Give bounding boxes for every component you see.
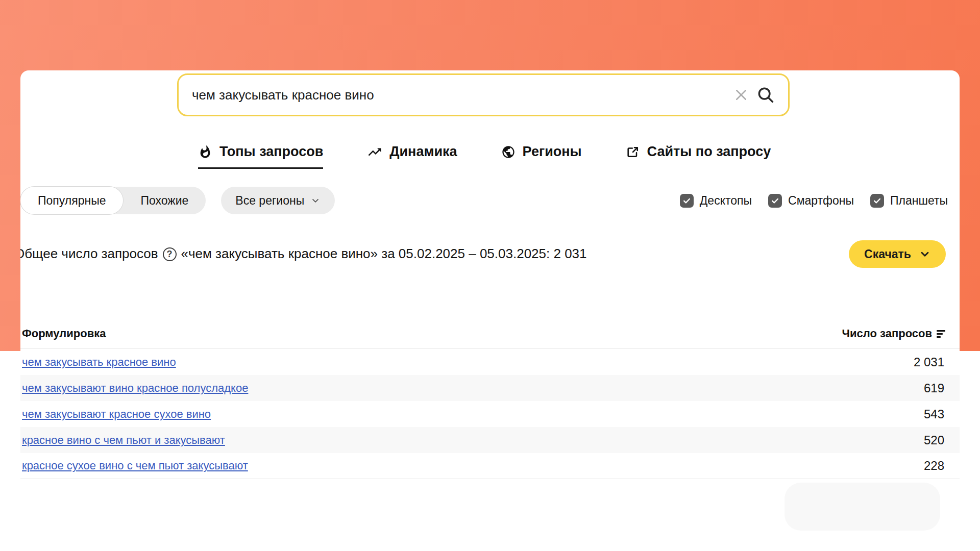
tab-label: Топы запросов [219, 144, 323, 160]
query-link[interactable]: чем закусывают вино красное полусладкое [22, 382, 248, 395]
segment-label: Похожие [140, 194, 188, 208]
column-header-count[interactable]: Число запросов [842, 327, 945, 340]
checkbox-label: Десктопы [700, 194, 752, 208]
checkbox-desktops[interactable]: Десктопы [680, 194, 752, 208]
clear-icon[interactable] [729, 83, 753, 107]
summary-detail: «чем закусывать красное вино» за 05.02.2… [181, 246, 587, 262]
content-card: Топы запросов Динамика Регионы [20, 70, 960, 551]
table-row: красное вино с чем пьют и закусывают 520 [20, 427, 960, 453]
query-link[interactable]: чем закусывать красное вино [22, 356, 176, 369]
checkbox-checked-icon [870, 194, 884, 208]
query-link[interactable]: красное вино с чем пьют и закусывают [22, 434, 225, 447]
checkbox-label: Смартфоны [788, 194, 854, 208]
column-header-phrase: Формулировка [22, 327, 106, 340]
query-count: 2 031 [914, 355, 944, 369]
help-icon[interactable]: ? [163, 247, 177, 261]
queries-table: Формулировка Число запросов чем закусыва… [20, 327, 960, 479]
region-selector[interactable]: Все регионы [221, 187, 335, 214]
table-row: красное сухое вино с чем пьют закусывают… [20, 453, 960, 479]
checkbox-label: Планшеты [890, 194, 948, 208]
device-filters: Десктопы Смартфоны Планшеты [680, 194, 948, 208]
chevron-down-icon [310, 195, 321, 206]
segment-similar[interactable]: Похожие [123, 187, 206, 214]
query-link[interactable]: чем закусывают красное сухое вино [22, 408, 211, 421]
table-row: чем закусывают вино красное полусладкое … [20, 375, 960, 401]
download-button[interactable]: Скачать [849, 240, 946, 268]
query-link[interactable]: красное сухое вино с чем пьют закусывают [22, 459, 248, 472]
table-body: чем закусывать красное вино 2 031 чем за… [20, 348, 960, 479]
query-count: 619 [924, 381, 944, 395]
globe-icon [501, 145, 516, 159]
checkbox-checked-icon [680, 194, 694, 208]
external-link-icon [626, 145, 640, 159]
download-label: Скачать [864, 247, 911, 261]
flame-icon [198, 145, 212, 159]
total-queries-summary: Общее число запросов ? «чем закусывать к… [20, 246, 587, 262]
table-row: чем закусывают красное сухое вино 543 [20, 401, 960, 427]
query-count: 228 [924, 459, 944, 473]
summary-prefix: Общее число запросов [20, 246, 158, 262]
query-count: 520 [924, 433, 944, 447]
placeholder-blob [785, 483, 940, 531]
table-header: Формулировка Число запросов [20, 327, 960, 348]
search-input[interactable] [192, 87, 729, 103]
segment-label: Популярные [38, 194, 106, 208]
query-type-segmented-control: Популярные Похожие [20, 187, 206, 214]
filters-row: Популярные Похожие Все регионы Десктопы [20, 187, 948, 214]
table-row: чем закусывать красное вино 2 031 [20, 349, 960, 375]
tab-regions[interactable]: Регионы [501, 144, 582, 169]
chevron-down-icon [919, 248, 930, 260]
checkbox-checked-icon [768, 194, 782, 208]
checkbox-tablets[interactable]: Планшеты [870, 194, 948, 208]
segment-popular[interactable]: Популярные [20, 187, 123, 214]
tab-label: Сайты по запросу [647, 144, 771, 160]
tab-bar: Топы запросов Динамика Регионы [198, 144, 771, 169]
trending-up-icon [367, 144, 382, 160]
search-bar[interactable] [177, 73, 790, 116]
tab-label: Регионы [523, 144, 582, 160]
region-label: Все регионы [235, 194, 304, 208]
tab-label: Динамика [389, 144, 457, 160]
column-header-count-label: Число запросов [842, 327, 932, 340]
tab-dynamics[interactable]: Динамика [367, 144, 457, 169]
summary-row: Общее число запросов ? «чем закусывать к… [20, 240, 960, 268]
tab-top-queries[interactable]: Топы запросов [198, 144, 323, 169]
checkbox-smartphones[interactable]: Смартфоны [768, 194, 854, 208]
tab-sites-by-query[interactable]: Сайты по запросу [626, 144, 771, 169]
search-icon[interactable] [753, 83, 778, 107]
sort-descending-icon [937, 330, 945, 338]
query-count: 543 [924, 407, 944, 421]
